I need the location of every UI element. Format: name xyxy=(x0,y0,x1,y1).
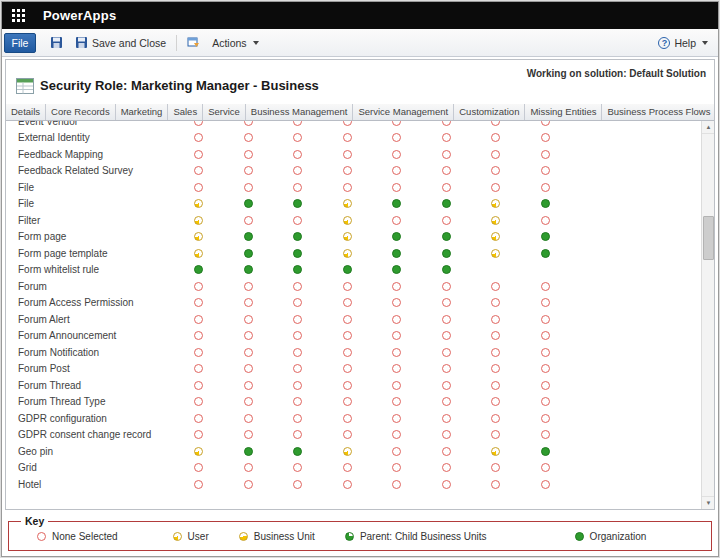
permission-circle-none[interactable] xyxy=(442,282,451,291)
permission-circle-none[interactable] xyxy=(343,381,352,390)
permission-circle-none[interactable] xyxy=(541,298,550,307)
tab-marketing[interactable]: Marketing xyxy=(116,104,169,120)
permission-circle-none[interactable] xyxy=(343,282,352,291)
permission-circle-organization[interactable] xyxy=(442,265,451,274)
permission-circle-none[interactable] xyxy=(442,331,451,340)
permission-circle-none[interactable] xyxy=(244,298,253,307)
permission-circle-none[interactable] xyxy=(541,183,550,192)
permission-circle-none[interactable] xyxy=(442,397,451,406)
permission-circle-none[interactable] xyxy=(293,480,302,489)
permission-circle-organization[interactable] xyxy=(541,249,550,258)
permission-circle-none[interactable] xyxy=(194,183,203,192)
tab-service[interactable]: Service xyxy=(203,104,246,120)
permission-circle-none[interactable] xyxy=(343,348,352,357)
permission-circle-none[interactable] xyxy=(343,463,352,472)
permission-circle-organization[interactable] xyxy=(194,265,203,274)
permission-circle-organization[interactable] xyxy=(392,199,401,208)
permission-circle-none[interactable] xyxy=(293,133,302,142)
permission-circle-none[interactable] xyxy=(194,430,203,439)
permission-circle-none[interactable] xyxy=(392,447,401,456)
permission-circle-none[interactable] xyxy=(194,166,203,175)
permission-circle-none[interactable] xyxy=(442,183,451,192)
permission-circle-none[interactable] xyxy=(541,463,550,472)
permission-circle-none[interactable] xyxy=(244,216,253,225)
permission-circle-user[interactable] xyxy=(194,199,203,208)
permission-circle-none[interactable] xyxy=(194,133,203,142)
permission-circle-none[interactable] xyxy=(491,298,500,307)
permission-circle-none[interactable] xyxy=(244,166,253,175)
permission-circle-none[interactable] xyxy=(244,183,253,192)
permission-circle-none[interactable] xyxy=(343,183,352,192)
permission-circle-none[interactable] xyxy=(392,381,401,390)
permission-circle-none[interactable] xyxy=(491,397,500,406)
permission-circle-none[interactable] xyxy=(392,414,401,423)
permission-circle-none[interactable] xyxy=(392,364,401,373)
permission-circle-none[interactable] xyxy=(442,414,451,423)
permission-circle-none[interactable] xyxy=(343,430,352,439)
permission-circle-none[interactable] xyxy=(392,348,401,357)
permission-circle-none[interactable] xyxy=(392,298,401,307)
permission-circle-none[interactable] xyxy=(293,166,302,175)
tab-business-management[interactable]: Business Management xyxy=(246,104,354,120)
tab-business-process-flows[interactable]: Business Process Flows xyxy=(602,104,714,120)
permission-circle-none[interactable] xyxy=(392,183,401,192)
scroll-down-button[interactable]: ▼ xyxy=(702,496,714,509)
permission-circle-none[interactable] xyxy=(442,430,451,439)
permission-circle-none[interactable] xyxy=(293,414,302,423)
permission-circle-none[interactable] xyxy=(442,315,451,324)
tab-core-records[interactable]: Core Records xyxy=(46,104,116,120)
permission-circle-organization[interactable] xyxy=(442,249,451,258)
permission-circle-none[interactable] xyxy=(392,480,401,489)
permission-circle-none[interactable] xyxy=(194,315,203,324)
permission-circle-none[interactable] xyxy=(491,183,500,192)
permission-circle-none[interactable] xyxy=(491,348,500,357)
permission-circle-none[interactable] xyxy=(541,348,550,357)
permission-circle-none[interactable] xyxy=(491,315,500,324)
permission-circle-organization[interactable] xyxy=(442,232,451,241)
permission-circle-none[interactable] xyxy=(293,150,302,159)
permission-circle-none[interactable] xyxy=(541,133,550,142)
permission-circle-none[interactable] xyxy=(442,133,451,142)
permission-circle-none[interactable] xyxy=(541,397,550,406)
permission-circle-none[interactable] xyxy=(491,150,500,159)
permission-circle-none[interactable] xyxy=(194,463,203,472)
permission-circle-organization[interactable] xyxy=(244,249,253,258)
permission-circle-user[interactable] xyxy=(343,232,352,241)
permission-circle-user[interactable] xyxy=(194,216,203,225)
permission-circle-none[interactable] xyxy=(244,480,253,489)
tab-service-management[interactable]: Service Management xyxy=(353,104,454,120)
publish-button[interactable] xyxy=(181,34,206,51)
help-button[interactable]: ? Help xyxy=(658,37,708,49)
permission-circle-none[interactable] xyxy=(442,166,451,175)
permission-circle-none[interactable] xyxy=(244,282,253,291)
save-button[interactable] xyxy=(44,34,69,51)
permission-circle-user[interactable] xyxy=(491,232,500,241)
permission-circle-none[interactable] xyxy=(293,348,302,357)
permission-circle-none[interactable] xyxy=(442,150,451,159)
permission-circle-none[interactable] xyxy=(491,364,500,373)
permission-circle-organization[interactable] xyxy=(293,249,302,258)
permission-circle-none[interactable] xyxy=(442,463,451,472)
permission-circle-organization[interactable] xyxy=(244,199,253,208)
tab-customization[interactable]: Customization xyxy=(454,104,525,120)
scrollbar-thumb[interactable] xyxy=(703,216,714,260)
permission-circle-none[interactable] xyxy=(293,331,302,340)
permission-circle-none[interactable] xyxy=(541,121,550,126)
permission-circle-none[interactable] xyxy=(194,331,203,340)
permission-circle-none[interactable] xyxy=(244,315,253,324)
permission-circle-none[interactable] xyxy=(442,364,451,373)
save-and-close-button[interactable]: Save and Close xyxy=(69,34,172,51)
permission-circle-none[interactable] xyxy=(343,414,352,423)
permission-circle-none[interactable] xyxy=(442,298,451,307)
permission-circle-organization[interactable] xyxy=(541,232,550,241)
permission-circle-none[interactable] xyxy=(392,331,401,340)
permission-circle-none[interactable] xyxy=(541,216,550,225)
permission-circle-none[interactable] xyxy=(491,282,500,291)
permission-circle-user[interactable] xyxy=(343,249,352,258)
permission-circle-none[interactable] xyxy=(392,282,401,291)
permission-circle-organization[interactable] xyxy=(244,265,253,274)
permission-circle-none[interactable] xyxy=(194,298,203,307)
permission-circle-none[interactable] xyxy=(392,463,401,472)
permission-circle-none[interactable] xyxy=(392,216,401,225)
permission-circle-none[interactable] xyxy=(244,331,253,340)
